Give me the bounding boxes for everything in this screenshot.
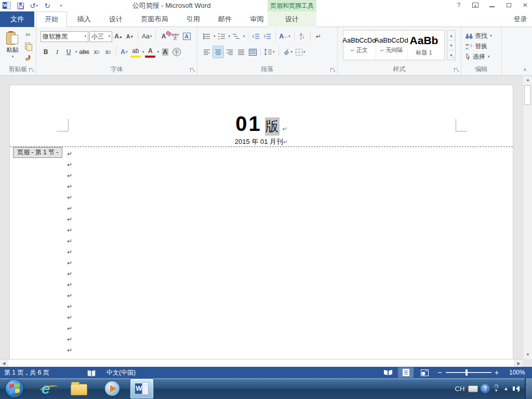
underline-button[interactable]: U [63,46,74,58]
scroll-down-arrow[interactable]: ▼ [523,351,532,359]
tab-references[interactable]: 引用 [178,11,208,27]
asian-layout-button[interactable]: A↔▾ [278,31,291,42]
decrease-indent-button[interactable] [251,31,261,42]
justify-button[interactable] [236,46,246,58]
restore-button[interactable] [504,1,513,9]
zoom-slider-track[interactable] [446,372,491,373]
character-border-button[interactable]: A [181,31,192,42]
styles-scroll-down[interactable]: ▼ [447,41,455,50]
grow-font-button[interactable]: A▲ [113,31,124,42]
close-button[interactable]: ✕ [521,1,530,9]
align-center-button[interactable] [213,46,223,58]
paragraph-dialog-launcher[interactable] [330,68,336,73]
cut-button[interactable]: ✂ [23,30,33,39]
save-button[interactable] [16,1,25,11]
bullets-button[interactable] [202,31,212,42]
subscript-button[interactable]: x2 [91,46,102,58]
vertical-scrollbar[interactable]: ▲ ▼ [523,76,532,359]
tab-mailings[interactable]: 邮件 [210,11,240,27]
tray-volume-icon[interactable] [511,378,524,399]
paste-button[interactable]: 粘贴 ▾ [3,30,22,68]
tab-home[interactable]: 开始 [36,11,67,27]
font-size-combobox[interactable]: 小三▾ [89,31,112,42]
styles-dialog-launcher[interactable] [454,68,459,73]
zoom-level[interactable]: 100% [509,367,525,378]
highlight-dropdown[interactable]: ▾ [142,50,144,54]
shrink-font-button[interactable]: A▼ [125,31,135,42]
styles-scroll-up[interactable]: ▲ [447,31,455,41]
page-indicator[interactable]: 第 1 页，共 6 页 [4,367,49,378]
scroll-right-arrow[interactable]: ▶ [514,360,523,367]
undo-dropdown-icon[interactable]: ▾ [36,4,38,8]
copy-button[interactable] [23,41,33,51]
highlight-color-button[interactable]: ab [130,46,141,58]
borders-button[interactable]: ▾ [295,46,307,58]
qat-customize-button[interactable]: ▾ [56,1,65,11]
bullets-dropdown[interactable]: ▾ [214,34,216,38]
tray-language-indicator[interactable]: CH [453,378,467,399]
zoom-out-button[interactable]: − [437,367,442,378]
clipboard-dialog-launcher[interactable] [29,68,34,73]
header-issue-line[interactable]: 2015 年 01 月刊↵ [10,137,513,147]
format-painter-button[interactable] [23,52,33,62]
scroll-left-arrow[interactable]: ◀ [0,360,8,367]
language-indicator[interactable]: 中文(中国) [107,367,136,378]
web-layout-button[interactable] [417,367,432,378]
show-desktop-button[interactable] [525,378,532,399]
increase-indent-button[interactable] [262,31,273,42]
tray-help-icon[interactable]: ? [479,378,491,399]
tray-language-bar-options[interactable]: ❐▾ [491,378,501,399]
internet-explorer-button[interactable]: e [35,378,56,399]
underline-dropdown[interactable]: ▾ [75,50,77,54]
horizontal-scrollbar[interactable]: ◀ ▶ [0,359,523,367]
clear-formatting-button[interactable]: A [158,31,169,42]
tray-keyboard-icon[interactable] [467,378,479,399]
tab-insert[interactable]: 插入 [69,11,99,27]
shading-button[interactable]: ▾ [282,46,294,58]
print-layout-button[interactable] [398,367,414,378]
start-button[interactable] [3,378,26,399]
document-page[interactable]: 01 版 ↵ 2015 年 01 月刊↵ 页眉 - 第 1 节 - ↵↵↵↵↵↵… [9,85,513,359]
zoom-slider-thumb[interactable] [466,369,468,376]
zoom-in-button[interactable]: + [495,367,499,378]
font-color-button[interactable]: A [145,46,155,58]
font-dialog-launcher[interactable] [190,68,195,73]
tray-show-hidden-icons[interactable]: ▲ [501,378,511,399]
character-shading-button[interactable]: A [160,46,170,58]
word-taskbar-button-active[interactable]: W [130,378,154,399]
strikethrough-button[interactable]: abc [78,46,90,58]
tab-headerfooter-design[interactable]: 设计 [268,11,316,27]
windows-explorer-button[interactable] [69,378,89,399]
media-player-button[interactable] [102,378,123,399]
collapse-ribbon-button[interactable]: ∧ [523,66,527,72]
minimize-button[interactable] [487,1,497,9]
find-button[interactable]: 查找▾ [466,31,501,41]
style-heading1[interactable]: AaBb 标题 1 [408,31,440,60]
multilevel-list-button[interactable] [231,31,242,42]
align-left-button[interactable] [202,46,212,58]
scroll-up-arrow[interactable]: ▲ [523,76,532,84]
undo-button[interactable]: ↺▾ [29,1,38,11]
superscript-button[interactable]: x2 [103,46,113,58]
numbering-dropdown[interactable]: ▾ [229,34,231,38]
enclose-characters-button[interactable]: 字 [171,46,182,58]
help-button[interactable]: ? [454,1,463,9]
tab-file[interactable]: 文件 [0,11,34,27]
style-normal[interactable]: AaBbCcDd ↵ 正文 [343,31,376,60]
read-mode-button[interactable] [380,367,396,378]
select-button[interactable]: 选择▾ [466,52,501,61]
tab-page-layout[interactable]: 页面布局 [132,11,176,27]
numbering-button[interactable] [217,31,227,42]
replace-button[interactable]: abac 替换 [466,42,501,51]
ribbon-display-options-button[interactable]: ▲ [471,1,480,9]
italic-button[interactable]: I [52,46,62,58]
sign-in-link[interactable]: 登录 [514,11,527,27]
vertical-scroll-thumb[interactable] [524,85,531,105]
show-hide-marks-button[interactable]: ↵ [313,31,324,42]
phonetic-guide-button[interactable]: wén文 [170,31,180,42]
text-effects-button[interactable]: A▾ [119,46,129,58]
sort-button[interactable]: AZ↓ [297,31,308,42]
font-color-dropdown[interactable]: ▾ [157,50,159,54]
font-name-combobox[interactable]: 微软雅黑▾ [41,31,88,42]
styles-gallery-more[interactable]: ▼̲ [447,50,455,60]
